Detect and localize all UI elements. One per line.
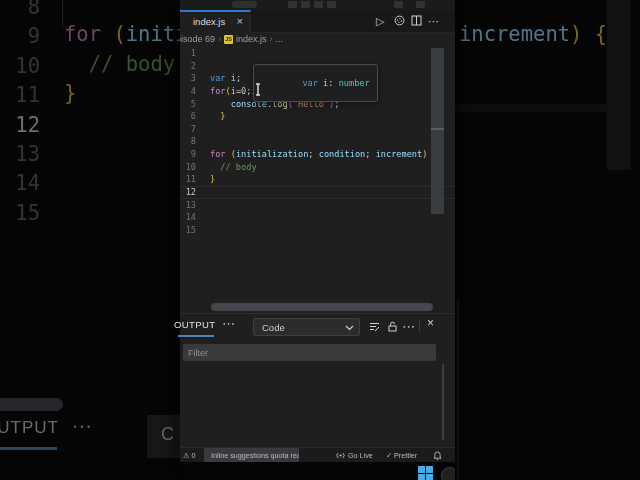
code-token: [210, 99, 231, 109]
code-line[interactable]: 8: [180, 135, 455, 148]
copilot-quota-status[interactable]: Inline suggestions quota reach: [204, 448, 299, 462]
panel-tab-output[interactable]: OUTPUT: [174, 319, 215, 330]
titlebar-icon: [394, 1, 403, 8]
code-editor[interactable]: 123var i;4for(i=0;i++;i<5){5 console.log…: [180, 46, 455, 313]
line-number[interactable]: 14: [180, 211, 196, 224]
output-filter-input[interactable]: [183, 344, 436, 361]
line-number[interactable]: 8: [180, 135, 196, 148]
code-token: // body: [210, 162, 257, 172]
background-right: for (initialization; condition; incremen…: [455, 0, 640, 480]
bg-line-number: 8: [0, 0, 40, 22]
prettier-status[interactable]: ✓ Prettier: [386, 448, 417, 462]
code-token: (: [113, 22, 125, 46]
problems-indicator[interactable]: ⚠ 0: [183, 448, 195, 462]
tab-close-icon[interactable]: ×: [237, 15, 243, 27]
line-number[interactable]: 4: [180, 85, 196, 98]
line-number[interactable]: 15: [180, 224, 196, 237]
status-bar: ⚠ 0 Inline suggestions quota reach Go Li…: [180, 447, 455, 462]
line-number[interactable]: 7: [180, 123, 196, 136]
line-number[interactable]: 10: [180, 161, 196, 174]
line-number[interactable]: 2: [180, 60, 196, 73]
line-number[interactable]: 11: [180, 173, 196, 186]
text-cursor-icon: [254, 83, 262, 96]
code-text: for (initialization; condition; incremen…: [210, 148, 438, 161]
tab-label: index.js: [193, 16, 225, 27]
breadcrumb-project[interactable]: episode 69: [180, 34, 215, 44]
warning-icon: ⚠: [183, 451, 189, 460]
warning-count: 0: [191, 451, 195, 460]
bg-output-tab-label: OUTPUT: [0, 418, 59, 438]
code-line[interactable]: 10 // body: [180, 161, 455, 174]
code-line[interactable]: 14: [180, 211, 455, 224]
line-number[interactable]: 9: [180, 148, 196, 161]
bg-line-number: 14: [0, 169, 40, 198]
bg-code-line: // body: [64, 52, 175, 76]
bg-indent-guide: [62, 0, 63, 27]
breadcrumb-more[interactable]: ...: [276, 34, 284, 44]
breadcrumb-file[interactable]: index.js: [236, 34, 267, 44]
bg-line-number: 9: [0, 22, 40, 51]
prettier-label: Prettier: [394, 451, 417, 460]
code-token: for: [210, 149, 226, 159]
line-number[interactable]: 3: [180, 72, 196, 85]
code-token: ): [570, 22, 582, 46]
run-options-icon[interactable]: [394, 15, 405, 29]
line-number[interactable]: 13: [180, 199, 196, 212]
bg-horizontal-scrollbar: [0, 398, 63, 411]
win-logo-square: [418, 466, 425, 473]
code-token: ;: [308, 149, 318, 159]
panel-overflow-icon[interactable]: ⋯: [402, 319, 415, 334]
panel-scrollbar[interactable]: [442, 364, 444, 440]
code-token: increment: [376, 149, 423, 159]
code-line[interactable]: 15: [180, 224, 455, 237]
screen: 89101112131415 for (initialization; cond…: [0, 0, 640, 480]
code-line[interactable]: 11}: [180, 173, 455, 186]
taskbar-circle-icon[interactable]: [441, 467, 455, 480]
panel-more-actions-icon[interactable]: ⋯: [222, 316, 235, 331]
output-channel-dropdown[interactable]: Code: [253, 318, 360, 336]
line-number[interactable]: 12: [180, 186, 196, 199]
split-editor-icon[interactable]: [411, 15, 422, 29]
win-logo-square: [426, 466, 433, 473]
editor-more-actions-icon[interactable]: ⋯: [428, 15, 439, 28]
code-line[interactable]: 12: [180, 186, 455, 199]
run-file-button[interactable]: ▷: [376, 15, 384, 28]
tab-indexjs[interactable]: index.js ×: [180, 10, 251, 33]
bg-current-line-band: [455, 104, 607, 112]
code-line[interactable]: 1: [180, 47, 455, 60]
scrollbar-notch: [431, 128, 444, 130]
bg-line-number: 15: [0, 199, 40, 228]
panel-close-icon[interactable]: ×: [427, 316, 434, 330]
code-line[interactable]: 6 }: [180, 110, 455, 123]
titlebar-icon: [416, 1, 425, 8]
code-text: }: [210, 173, 215, 186]
clear-output-icon[interactable]: [369, 321, 380, 332]
bg-output-tab-underline: [0, 447, 57, 450]
vertical-scrollbar[interactable]: [431, 48, 444, 214]
bg-line-number: 13: [0, 140, 40, 169]
code-token: var: [210, 73, 231, 83]
bg-line-number: 11: [0, 81, 40, 110]
titlebar: [180, 0, 455, 10]
bg-dropdown-fragment: C: [147, 415, 180, 458]
notifications-bell-icon[interactable]: [433, 451, 442, 462]
check-icon: ✓: [386, 451, 392, 460]
code-token: initialization: [126, 22, 180, 46]
win-logo-square: [426, 474, 433, 480]
code-line[interactable]: 9for (initialization; condition; increme…: [180, 148, 455, 161]
code-line[interactable]: 13: [180, 199, 455, 212]
line-number[interactable]: 1: [180, 47, 196, 60]
code-token: condition: [319, 149, 366, 159]
chevron-down-icon: [345, 325, 354, 331]
windows-start-button[interactable]: [418, 466, 433, 480]
output-panel: OUTPUT ⋯ Code ⋯ ×: [180, 313, 455, 447]
bg-code-line: for (initialization; condition; incremen…: [64, 22, 180, 46]
bg-panel-scrollbar: [457, 300, 459, 480]
go-live-button[interactable]: Go Live: [335, 448, 373, 462]
code-line[interactable]: 7: [180, 123, 455, 136]
code-text: }: [210, 110, 226, 123]
horizontal-scrollbar[interactable]: [211, 303, 433, 311]
line-number[interactable]: 6: [180, 110, 196, 123]
lock-unlocked-icon[interactable]: [387, 321, 398, 332]
line-number[interactable]: 5: [180, 98, 196, 111]
